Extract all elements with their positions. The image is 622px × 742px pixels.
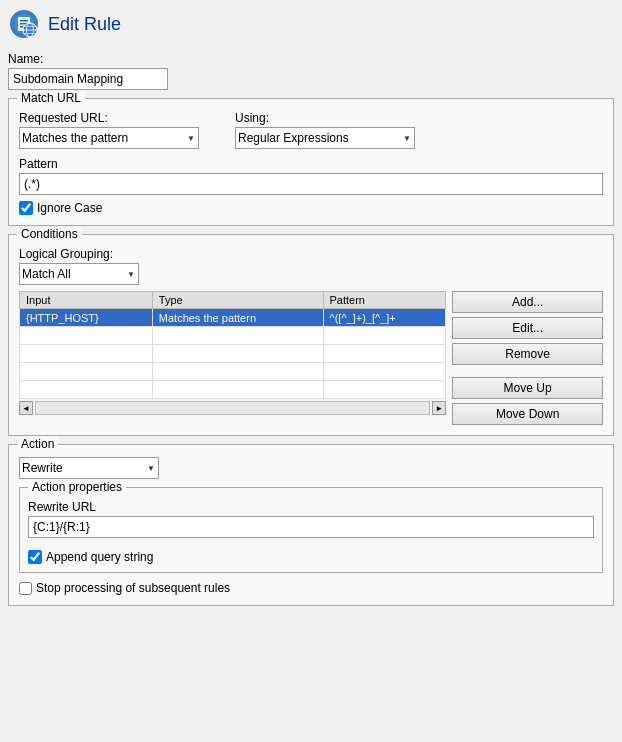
stop-processing-label: Stop processing of subsequent rules [36, 581, 230, 595]
conditions-section: Conditions Logical Grouping: Match All I… [8, 234, 614, 436]
logical-grouping-select[interactable]: Match All [19, 263, 139, 285]
action-type-select-wrapper: Rewrite [19, 457, 159, 479]
logical-grouping-label: Logical Grouping: [19, 247, 603, 261]
conditions-legend: Conditions [17, 227, 82, 241]
col-pattern: Pattern [323, 292, 446, 309]
match-url-section: Match URL Requested URL: Matches the pat… [8, 98, 614, 226]
requested-url-select-wrapper: Matches the pattern [19, 127, 199, 149]
rewrite-url-input[interactable] [28, 516, 594, 538]
conditions-buttons: Add... Edit... Remove Move Up Move Down [452, 291, 603, 425]
using-label: Using: [235, 111, 603, 125]
cell-type: Matches the pattern [152, 309, 323, 327]
cell-pattern: ^([^_]+)_[^_]+ [323, 309, 446, 327]
page-title: Edit Rule [48, 14, 121, 35]
move-buttons-group: Move Up Move Down [452, 377, 603, 425]
remove-button[interactable]: Remove [452, 343, 603, 365]
cell-input: {HTTP_HOST} [20, 309, 153, 327]
table-row[interactable]: {HTTP_HOST} Matches the pattern ^([^_]+)… [20, 309, 446, 327]
pattern-input[interactable] [19, 173, 603, 195]
page-header: Edit Rule [8, 8, 614, 40]
name-input[interactable] [8, 68, 168, 90]
edit-button[interactable]: Edit... [452, 317, 603, 339]
action-type-select[interactable]: Rewrite [19, 457, 159, 479]
ignore-case-label: Ignore Case [37, 201, 102, 215]
scroll-track[interactable] [35, 401, 430, 415]
stop-processing-row: Stop processing of subsequent rules [19, 581, 603, 595]
scroll-left-arrow[interactable]: ◄ [19, 401, 33, 415]
svg-rect-3 [20, 20, 28, 22]
stop-processing-checkbox[interactable] [19, 582, 32, 595]
table-scrollbar: ◄ ► [19, 401, 446, 415]
action-section: Action Rewrite Action properties Rewrite… [8, 444, 614, 606]
action-properties-legend: Action properties [28, 480, 126, 494]
pattern-label: Pattern [19, 157, 603, 171]
move-down-button[interactable]: Move Down [452, 403, 603, 425]
edit-rule-icon [8, 8, 40, 40]
ignore-case-row: Ignore Case [19, 201, 603, 215]
logical-grouping-select-wrapper: Match All [19, 263, 139, 285]
col-type: Type [152, 292, 323, 309]
append-query-string-row: Append query string [28, 550, 594, 564]
table-row[interactable] [20, 345, 446, 363]
table-row[interactable] [20, 381, 446, 399]
col-input: Input [20, 292, 153, 309]
conditions-table-area: Input Type Pattern {HTTP_HOST} Matches t… [19, 291, 446, 425]
using-select-wrapper: Regular Expressions [235, 127, 415, 149]
append-query-string-label: Append query string [46, 550, 153, 564]
rewrite-url-label: Rewrite URL [28, 500, 594, 514]
name-section: Name: [8, 52, 614, 90]
match-url-legend: Match URL [17, 91, 85, 105]
using-select[interactable]: Regular Expressions [235, 127, 415, 149]
requested-url-select[interactable]: Matches the pattern [19, 127, 199, 149]
scroll-right-arrow[interactable]: ► [432, 401, 446, 415]
name-label: Name: [8, 52, 614, 66]
table-row[interactable] [20, 363, 446, 381]
add-button[interactable]: Add... [452, 291, 603, 313]
action-legend: Action [17, 437, 58, 451]
append-query-string-checkbox[interactable] [28, 550, 42, 564]
move-up-button[interactable]: Move Up [452, 377, 603, 399]
ignore-case-checkbox[interactable] [19, 201, 33, 215]
requested-url-label: Requested URL: [19, 111, 219, 125]
conditions-table: Input Type Pattern {HTTP_HOST} Matches t… [19, 291, 446, 399]
table-row[interactable] [20, 327, 446, 345]
action-properties-box: Action properties Rewrite URL Append que… [19, 487, 603, 573]
